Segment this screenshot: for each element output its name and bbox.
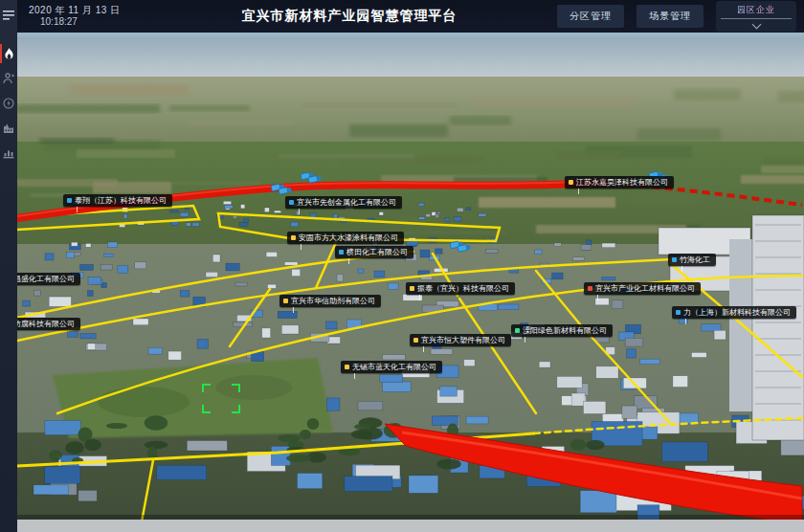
company-marker-icon xyxy=(283,299,288,303)
company-label-text: 昌盛化工有限公司 xyxy=(13,274,75,284)
company-marker-icon xyxy=(676,310,681,315)
company-marker-icon xyxy=(588,286,592,291)
company-label-text: 宜兴市恒大塑件有限公司 xyxy=(421,335,505,345)
company-label-text: 宜兴市先创金属化工有限公司 xyxy=(297,197,396,208)
company-label-text: 江苏永嘉昊泽科技有限公司 xyxy=(576,177,668,188)
company-label-text: 力（上海）新材料科技有限公司 xyxy=(683,307,791,318)
company-marker-icon xyxy=(413,338,418,343)
map-company-label[interactable]: 横田化工有限公司 xyxy=(335,246,413,258)
company-marker-icon xyxy=(410,286,414,291)
factory-icon[interactable] xyxy=(0,116,17,141)
company-label-text: 泰翔（江苏）科技有限公司 xyxy=(75,195,167,206)
company-marker-icon xyxy=(569,180,573,185)
zone-manage-button[interactable]: 分区管理 xyxy=(557,5,624,28)
chevron-down-icon xyxy=(751,20,761,30)
bar-chart-icon[interactable] xyxy=(0,141,17,166)
person-alert-icon[interactable] xyxy=(0,66,17,91)
map-company-label[interactable]: 江苏永嘉昊泽科技有限公司 xyxy=(565,176,674,188)
company-label-text: 横田化工有限公司 xyxy=(346,247,408,257)
company-marker-icon xyxy=(289,200,294,205)
company-marker-icon xyxy=(339,250,344,255)
map-company-label[interactable]: 泰翔（江苏）科技有限公司 xyxy=(63,194,172,207)
map-company-label[interactable]: 振泰（宜兴）科技有限公司 xyxy=(406,282,515,295)
company-marker-icon xyxy=(515,328,520,333)
menu-icon[interactable] xyxy=(0,3,17,28)
map-3d-scene[interactable] xyxy=(0,0,804,532)
company-marker-icon xyxy=(291,235,296,240)
company-marker-icon xyxy=(67,198,72,203)
company-label-text: 无锡市蓝天化工有限公司 xyxy=(352,362,436,372)
map-company-label[interactable]: 竹海化工 xyxy=(668,254,716,266)
power-icon[interactable] xyxy=(0,91,17,116)
header-bar: 2020 年 11 月 13 日 10:18:27 宜兴市新材料产业园智慧管理平… xyxy=(17,0,804,33)
scene-manage-button[interactable]: 场景管理 xyxy=(636,5,704,28)
company-label-text: 溧阳绿色新材料有限公司 xyxy=(523,325,607,336)
map-company-label[interactable]: 宜兴市先创金属化工有限公司 xyxy=(285,196,402,209)
smart-park-platform: { "header": { "date": "2020 年 11 月 13 日"… xyxy=(0,0,804,532)
company-label-text: 宜兴市产业化工材料有限公司 xyxy=(595,283,695,294)
map-company-label[interactable]: 宜兴市华信助剂有限公司 xyxy=(279,295,381,307)
park-enterprise-dropdown[interactable]: 园区企业 xyxy=(716,1,796,32)
dropdown-label: 园区企业 xyxy=(721,4,792,16)
page-title: 宜兴市新材料产业园智慧管理平台 xyxy=(176,8,523,25)
map-company-label[interactable]: 宜兴市产业化工材料有限公司 xyxy=(584,282,701,295)
map-company-label[interactable]: 宜兴市恒大塑件有限公司 xyxy=(410,334,511,346)
header-actions: 分区管理 场景管理 园区企业 xyxy=(557,1,804,32)
map-company-label[interactable]: 溧阳绿色新材料有限公司 xyxy=(511,324,613,337)
fire-icon[interactable] xyxy=(0,41,17,66)
map-company-label[interactable]: 无锡市蓝天化工有限公司 xyxy=(341,361,442,373)
company-marker-icon xyxy=(345,365,349,369)
map-company-label[interactable]: 力（上海）新材料科技有限公司 xyxy=(672,306,796,319)
company-marker-icon xyxy=(672,257,677,262)
map-company-label[interactable]: 安固市方大水漆涂料有限公司 xyxy=(287,232,404,244)
company-label-text: 宜兴市华信助剂有限公司 xyxy=(291,296,375,306)
company-label-text: 安固市方大水漆涂料有限公司 xyxy=(299,233,398,243)
sidebar-rail xyxy=(0,0,17,532)
company-label-text: 振泰（宜兴）科技有限公司 xyxy=(417,283,509,294)
company-label-text: 竹海化工 xyxy=(680,255,710,265)
